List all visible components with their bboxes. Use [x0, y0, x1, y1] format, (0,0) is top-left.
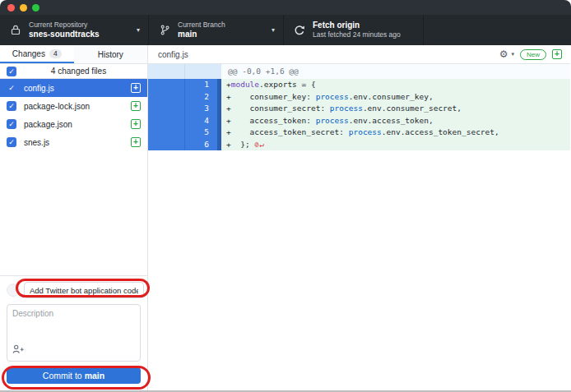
fetch-origin-button[interactable]: Fetch origin Last fetched 24 minutes ago: [284, 15, 424, 45]
zoom-window-button[interactable]: [32, 4, 39, 12]
file-row[interactable]: ✓package.json+: [0, 115, 147, 133]
diff-line-content: +module.exports = {: [221, 79, 570, 91]
traffic-lights[interactable]: [7, 4, 39, 12]
repository-label: Current Repository: [29, 21, 100, 30]
commit-button[interactable]: Commit to main: [7, 367, 141, 384]
branch-label: Current Branch: [178, 21, 225, 30]
diff-line-content: + consumer_secret: process.env.consumer_…: [221, 103, 570, 115]
file-name: package-lock.json: [24, 102, 123, 111]
chevron-down-icon: ▾: [272, 26, 275, 34]
diff-line[interactable]: 3+ consumer_secret: process.env.consumer…: [148, 103, 570, 115]
diff-hunk-header: @@ -0,0 +1,6 @@: [148, 64, 570, 79]
file-row[interactable]: ✓snes.js+: [0, 133, 147, 151]
diff-line-content: + access_token: process.env.access_token…: [221, 115, 570, 127]
chevron-down-icon: ▾: [137, 26, 140, 34]
diff-line[interactable]: 6+ }; ⊘↵: [148, 139, 570, 151]
diff-line-content: + access_token_secret: process.env.acces…: [221, 127, 570, 139]
file-name: snes.js: [24, 138, 123, 147]
commit-branch-name: main: [85, 371, 105, 380]
file-added-icon: +: [131, 83, 141, 93]
file-name: package.json: [24, 120, 123, 129]
repository-name: snes-soundtracks: [29, 30, 100, 40]
diff-pane: config.js ⚙ ▾ New + @@ -0,0 +1,6 @@ 1+mo…: [148, 45, 570, 390]
diff-line[interactable]: 4+ access_token: process.env.access_toke…: [148, 115, 570, 127]
changed-files-label: 4 changed files: [16, 67, 141, 76]
diff-line[interactable]: 5+ access_token_secret: process.env.acce…: [148, 127, 570, 139]
gear-icon[interactable]: ⚙: [499, 49, 508, 59]
sidebar-empty-space: [0, 151, 147, 275]
line-number: 6: [184, 139, 217, 151]
sync-icon: [294, 25, 305, 36]
file-checkbox[interactable]: ✓: [7, 137, 16, 147]
diff-file-header: config.js ⚙ ▾ New +: [148, 45, 570, 64]
tab-history[interactable]: History: [74, 45, 148, 63]
diff-empty-area: [148, 150, 570, 390]
diff-line-content: + }; ⊘↵: [221, 139, 570, 151]
branch-name: main: [178, 30, 225, 40]
current-branch-button[interactable]: Current Branch main ▾: [149, 15, 284, 45]
diff-line[interactable]: 2+ consumer_key: process.env.consumer_ke…: [148, 91, 570, 104]
avatar: [7, 284, 20, 297]
minimize-window-button[interactable]: [20, 4, 27, 12]
file-checkbox[interactable]: ✓: [7, 83, 16, 93]
file-name: config.js: [24, 84, 123, 93]
line-number: 4: [184, 115, 217, 127]
commit-panel: Commit to main: [0, 275, 147, 390]
close-window-button[interactable]: [7, 4, 15, 12]
titlebar: [0, 0, 571, 15]
current-repository-button[interactable]: Current Repository snes-soundtracks ▾: [0, 15, 149, 45]
git-branch-icon: [159, 25, 170, 35]
toolbar: Current Repository snes-soundtracks ▾ Cu…: [0, 15, 571, 45]
diff-line-content: + consumer_key: process.env.consumer_key…: [221, 91, 570, 104]
lock-icon: [10, 25, 21, 35]
select-all-checkbox[interactable]: ✓: [7, 67, 16, 76]
chevron-down-icon[interactable]: ▾: [511, 51, 514, 58]
sidebar-tabbar: Changes 4 History: [0, 45, 147, 64]
commit-summary-input[interactable]: [24, 282, 144, 298]
github-desktop-window: Current Repository snes-soundtracks ▾ Cu…: [0, 0, 571, 392]
line-number: 5: [184, 127, 217, 139]
line-number: 1: [184, 79, 217, 91]
fetch-subtitle: Last fetched 24 minutes ago: [313, 30, 401, 39]
select-all-row: ✓ 4 changed files: [0, 64, 147, 79]
file-added-icon: +: [131, 119, 141, 129]
line-number: 3: [184, 103, 217, 115]
changed-file-list: ✓config.js+✓package-lock.json+✓package.j…: [0, 79, 147, 151]
add-coauthor-icon[interactable]: [12, 343, 25, 357]
diff-lines: 1+module.exports = {2+ consumer_key: pro…: [148, 79, 570, 150]
changes-sidebar: Changes 4 History ✓ 4 changed files ✓con…: [0, 45, 148, 390]
fetch-title: Fetch origin: [313, 21, 401, 31]
commit-description-input[interactable]: [7, 305, 140, 344]
line-number: 2: [184, 91, 217, 104]
file-row[interactable]: ✓package-lock.json+: [0, 97, 147, 115]
hunk-range-text: @@ -0,0 +1,6 @@: [221, 64, 570, 79]
file-added-icon: +: [131, 137, 141, 147]
file-checkbox[interactable]: ✓: [7, 101, 16, 111]
diff-line[interactable]: 1+module.exports = {: [148, 79, 570, 91]
file-added-icon: +: [552, 49, 562, 59]
changes-count-badge: 4: [49, 49, 62, 58]
file-row[interactable]: ✓config.js+: [0, 79, 147, 97]
new-file-badge: New: [520, 49, 546, 60]
tab-changes[interactable]: Changes 4: [0, 45, 74, 63]
file-added-icon: +: [131, 101, 141, 111]
diff-file-name: config.js: [158, 50, 499, 59]
file-checkbox[interactable]: ✓: [7, 119, 16, 129]
